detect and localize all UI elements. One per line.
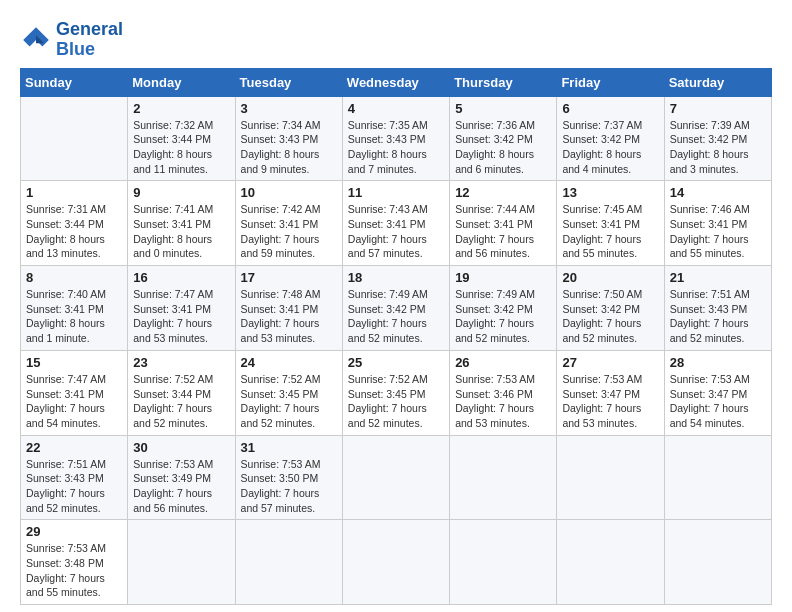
calendar-cell: 8Sunrise: 7:40 AMSunset: 3:41 PMDaylight… <box>21 266 128 351</box>
day-number: 16 <box>133 270 229 285</box>
day-info: Sunrise: 7:50 AMSunset: 3:42 PMDaylight:… <box>562 287 658 346</box>
day-number: 30 <box>133 440 229 455</box>
day-info: Sunrise: 7:34 AMSunset: 3:43 PMDaylight:… <box>241 118 337 177</box>
day-number: 28 <box>670 355 766 370</box>
day-info: Sunrise: 7:37 AMSunset: 3:42 PMDaylight:… <box>562 118 658 177</box>
calendar-week-row: 29Sunrise: 7:53 AMSunset: 3:48 PMDayligh… <box>21 520 772 605</box>
calendar-cell: 21Sunrise: 7:51 AMSunset: 3:43 PMDayligh… <box>664 266 771 351</box>
day-number: 21 <box>670 270 766 285</box>
logo: General Blue <box>20 20 123 60</box>
day-number: 27 <box>562 355 658 370</box>
day-info: Sunrise: 7:53 AMSunset: 3:50 PMDaylight:… <box>241 457 337 516</box>
day-info: Sunrise: 7:48 AMSunset: 3:41 PMDaylight:… <box>241 287 337 346</box>
day-info: Sunrise: 7:51 AMSunset: 3:43 PMDaylight:… <box>670 287 766 346</box>
calendar-cell: 23Sunrise: 7:52 AMSunset: 3:44 PMDayligh… <box>128 350 235 435</box>
day-info: Sunrise: 7:52 AMSunset: 3:45 PMDaylight:… <box>348 372 444 431</box>
day-info: Sunrise: 7:53 AMSunset: 3:48 PMDaylight:… <box>26 541 122 600</box>
day-info: Sunrise: 7:47 AMSunset: 3:41 PMDaylight:… <box>26 372 122 431</box>
calendar-cell: 5Sunrise: 7:36 AMSunset: 3:42 PMDaylight… <box>450 96 557 181</box>
day-number: 9 <box>133 185 229 200</box>
day-info: Sunrise: 7:49 AMSunset: 3:42 PMDaylight:… <box>455 287 551 346</box>
calendar-cell: 2Sunrise: 7:32 AMSunset: 3:44 PMDaylight… <box>128 96 235 181</box>
calendar-cell: 6Sunrise: 7:37 AMSunset: 3:42 PMDaylight… <box>557 96 664 181</box>
day-info: Sunrise: 7:44 AMSunset: 3:41 PMDaylight:… <box>455 202 551 261</box>
day-info: Sunrise: 7:52 AMSunset: 3:45 PMDaylight:… <box>241 372 337 431</box>
day-info: Sunrise: 7:51 AMSunset: 3:43 PMDaylight:… <box>26 457 122 516</box>
calendar-cell: 4Sunrise: 7:35 AMSunset: 3:43 PMDaylight… <box>342 96 449 181</box>
page-header: General Blue <box>20 20 772 60</box>
calendar-cell: 10Sunrise: 7:42 AMSunset: 3:41 PMDayligh… <box>235 181 342 266</box>
day-info: Sunrise: 7:43 AMSunset: 3:41 PMDaylight:… <box>348 202 444 261</box>
calendar-cell <box>342 435 449 520</box>
day-number: 3 <box>241 101 337 116</box>
weekday-header-monday: Monday <box>128 68 235 96</box>
calendar-cell: 1Sunrise: 7:31 AMSunset: 3:44 PMDaylight… <box>21 181 128 266</box>
day-number: 22 <box>26 440 122 455</box>
calendar-cell <box>235 520 342 605</box>
calendar-cell: 13Sunrise: 7:45 AMSunset: 3:41 PMDayligh… <box>557 181 664 266</box>
day-info: Sunrise: 7:52 AMSunset: 3:44 PMDaylight:… <box>133 372 229 431</box>
day-number: 26 <box>455 355 551 370</box>
day-info: Sunrise: 7:53 AMSunset: 3:47 PMDaylight:… <box>562 372 658 431</box>
calendar-cell: 29Sunrise: 7:53 AMSunset: 3:48 PMDayligh… <box>21 520 128 605</box>
calendar-cell <box>557 520 664 605</box>
weekday-header-wednesday: Wednesday <box>342 68 449 96</box>
day-number: 12 <box>455 185 551 200</box>
calendar-table: SundayMondayTuesdayWednesdayThursdayFrid… <box>20 68 772 606</box>
day-info: Sunrise: 7:42 AMSunset: 3:41 PMDaylight:… <box>241 202 337 261</box>
day-number: 31 <box>241 440 337 455</box>
calendar-cell: 31Sunrise: 7:53 AMSunset: 3:50 PMDayligh… <box>235 435 342 520</box>
day-info: Sunrise: 7:35 AMSunset: 3:43 PMDaylight:… <box>348 118 444 177</box>
day-number: 25 <box>348 355 444 370</box>
calendar-cell: 17Sunrise: 7:48 AMSunset: 3:41 PMDayligh… <box>235 266 342 351</box>
calendar-cell: 30Sunrise: 7:53 AMSunset: 3:49 PMDayligh… <box>128 435 235 520</box>
logo-icon <box>20 24 52 56</box>
logo-text: General Blue <box>56 20 123 60</box>
day-info: Sunrise: 7:46 AMSunset: 3:41 PMDaylight:… <box>670 202 766 261</box>
calendar-cell <box>128 520 235 605</box>
calendar-cell: 7Sunrise: 7:39 AMSunset: 3:42 PMDaylight… <box>664 96 771 181</box>
day-number: 4 <box>348 101 444 116</box>
calendar-cell: 11Sunrise: 7:43 AMSunset: 3:41 PMDayligh… <box>342 181 449 266</box>
day-number: 6 <box>562 101 658 116</box>
calendar-week-row: 1Sunrise: 7:31 AMSunset: 3:44 PMDaylight… <box>21 181 772 266</box>
calendar-cell: 22Sunrise: 7:51 AMSunset: 3:43 PMDayligh… <box>21 435 128 520</box>
day-number: 10 <box>241 185 337 200</box>
weekday-header-sunday: Sunday <box>21 68 128 96</box>
calendar-cell <box>342 520 449 605</box>
calendar-cell: 28Sunrise: 7:53 AMSunset: 3:47 PMDayligh… <box>664 350 771 435</box>
day-number: 11 <box>348 185 444 200</box>
calendar-week-row: 15Sunrise: 7:47 AMSunset: 3:41 PMDayligh… <box>21 350 772 435</box>
day-info: Sunrise: 7:39 AMSunset: 3:42 PMDaylight:… <box>670 118 766 177</box>
calendar-header-row: SundayMondayTuesdayWednesdayThursdayFrid… <box>21 68 772 96</box>
weekday-header-tuesday: Tuesday <box>235 68 342 96</box>
calendar-cell: 25Sunrise: 7:52 AMSunset: 3:45 PMDayligh… <box>342 350 449 435</box>
calendar-cell: 26Sunrise: 7:53 AMSunset: 3:46 PMDayligh… <box>450 350 557 435</box>
day-number: 19 <box>455 270 551 285</box>
calendar-cell <box>450 435 557 520</box>
calendar-cell <box>664 435 771 520</box>
day-number: 29 <box>26 524 122 539</box>
day-number: 2 <box>133 101 229 116</box>
calendar-cell: 16Sunrise: 7:47 AMSunset: 3:41 PMDayligh… <box>128 266 235 351</box>
calendar-week-row: 2Sunrise: 7:32 AMSunset: 3:44 PMDaylight… <box>21 96 772 181</box>
day-info: Sunrise: 7:53 AMSunset: 3:46 PMDaylight:… <box>455 372 551 431</box>
weekday-header-friday: Friday <box>557 68 664 96</box>
day-number: 24 <box>241 355 337 370</box>
day-number: 18 <box>348 270 444 285</box>
day-info: Sunrise: 7:45 AMSunset: 3:41 PMDaylight:… <box>562 202 658 261</box>
calendar-week-row: 8Sunrise: 7:40 AMSunset: 3:41 PMDaylight… <box>21 266 772 351</box>
day-number: 20 <box>562 270 658 285</box>
calendar-cell: 24Sunrise: 7:52 AMSunset: 3:45 PMDayligh… <box>235 350 342 435</box>
calendar-cell: 18Sunrise: 7:49 AMSunset: 3:42 PMDayligh… <box>342 266 449 351</box>
day-info: Sunrise: 7:36 AMSunset: 3:42 PMDaylight:… <box>455 118 551 177</box>
day-number: 17 <box>241 270 337 285</box>
day-number: 8 <box>26 270 122 285</box>
calendar-cell <box>557 435 664 520</box>
weekday-header-saturday: Saturday <box>664 68 771 96</box>
day-info: Sunrise: 7:40 AMSunset: 3:41 PMDaylight:… <box>26 287 122 346</box>
calendar-cell: 12Sunrise: 7:44 AMSunset: 3:41 PMDayligh… <box>450 181 557 266</box>
day-number: 7 <box>670 101 766 116</box>
calendar-cell: 3Sunrise: 7:34 AMSunset: 3:43 PMDaylight… <box>235 96 342 181</box>
calendar-cell: 14Sunrise: 7:46 AMSunset: 3:41 PMDayligh… <box>664 181 771 266</box>
